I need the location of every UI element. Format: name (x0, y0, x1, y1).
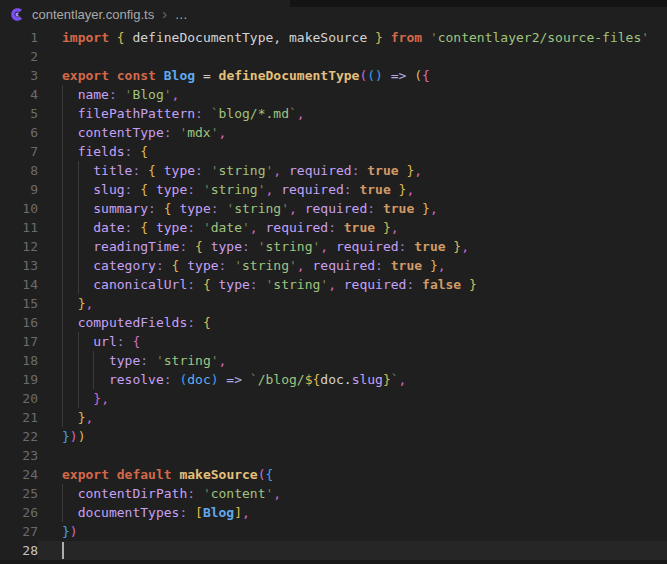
code-line-18[interactable]: 18type: 'string', (0, 351, 667, 370)
token-com: , (391, 220, 399, 235)
line-content[interactable]: filePathPattern: `blog/*.md`, (38, 104, 667, 123)
code-line-16[interactable]: 16computedFields: { (0, 313, 667, 332)
token-col: : (328, 220, 344, 235)
line-content[interactable]: }, (38, 389, 667, 408)
code-line-5[interactable]: 5filePathPattern: `blog/*.md`, (0, 104, 667, 123)
token-com: , (414, 163, 422, 178)
breadcrumb-file-name[interactable]: contentlayer.config.ts (32, 7, 154, 22)
token-bool: false (422, 277, 461, 292)
line-content[interactable]: canonicalUrl: { type: 'string', required… (38, 275, 667, 294)
token-tp: slug (352, 372, 383, 387)
code-line-21[interactable]: 21}, (0, 408, 667, 427)
line-content[interactable]: url: { (38, 332, 667, 351)
token-col: : (140, 353, 156, 368)
line-content[interactable]: category: { type: 'string', required: tr… (38, 256, 667, 275)
token-kw: default (117, 467, 180, 482)
code-line-23[interactable]: 23 (0, 446, 667, 465)
code-line-12[interactable]: 12readingTime: { type: 'string', require… (0, 237, 667, 256)
editor[interactable]: 1import { defineDocumentType, makeSource… (0, 28, 667, 560)
token-key: filePathPattern (78, 106, 195, 121)
line-number: 22 (0, 427, 38, 446)
code-line-20[interactable]: 20}, (0, 389, 667, 408)
token-key: name (78, 87, 109, 102)
token-b2: ) (70, 429, 78, 444)
line-content[interactable]: }, (38, 408, 667, 427)
line-content[interactable]: export const Blog = defineDocumentType((… (38, 66, 667, 85)
code-line-22[interactable]: 22})) (0, 427, 667, 446)
token-col: : (132, 163, 148, 178)
code-line-3[interactable]: 3export const Blog = defineDocumentType(… (0, 66, 667, 85)
line-content[interactable]: contentType: 'mdx', (38, 123, 667, 142)
token-key: type (156, 220, 187, 235)
line-content[interactable]: resolve: (doc) => `/blog/${doc.slug}`, (38, 370, 667, 389)
code-line-6[interactable]: 6contentType: 'mdx', (0, 123, 667, 142)
breadcrumb-symbol-ellipsis[interactable]: … (175, 7, 188, 22)
code-line-13[interactable]: 13category: { type: 'string', required: … (0, 256, 667, 275)
token-par: doc (187, 372, 210, 387)
line-number: 11 (0, 218, 38, 237)
token-sq: ` (211, 106, 219, 121)
token-bool: true (383, 201, 414, 216)
token-b1: } (446, 239, 462, 254)
code-line-25[interactable]: 25contentDirPath: 'content', (0, 484, 667, 503)
token-com: , (461, 239, 469, 254)
line-content[interactable] (38, 446, 667, 465)
line-content[interactable]: export default makeSource({ (38, 465, 667, 484)
code-line-11[interactable]: 11date: { type: 'date', required: true }… (0, 218, 667, 237)
token-sq: ' (289, 258, 297, 273)
code-line-17[interactable]: 17url: { (0, 332, 667, 351)
token-b2: { (132, 334, 140, 349)
code-line-24[interactable]: 24export default makeSource({ (0, 465, 667, 484)
line-content[interactable]: title: { type: 'string', required: true … (38, 161, 667, 180)
token-col: : (242, 239, 258, 254)
code-line-27[interactable]: 27}) (0, 522, 667, 541)
code-line-9[interactable]: 9slug: { type: 'string', required: true … (0, 180, 667, 199)
token-tm: ${ (305, 372, 321, 387)
token-str: Blog (132, 87, 163, 102)
code-line-2[interactable]: 2 (0, 47, 667, 66)
line-content[interactable]: summary: { type: 'string', required: tru… (38, 199, 667, 218)
line-content[interactable]: import { defineDocumentType, makeSource … (38, 28, 667, 47)
token-key: fields (78, 144, 125, 159)
code-line-8[interactable]: 8title: { type: 'string', required: true… (0, 161, 667, 180)
code-line-10[interactable]: 10summary: { type: 'string', required: t… (0, 199, 667, 218)
code-line-26[interactable]: 26documentTypes: [Blog], (0, 503, 667, 522)
token-col: : (352, 163, 368, 178)
code-line-28[interactable]: 28 (0, 541, 667, 560)
token-col: : (399, 239, 415, 254)
token-str: blog/*.md (219, 106, 289, 121)
token-bool: true (367, 163, 398, 178)
line-content[interactable]: readingTime: { type: 'string', required:… (38, 237, 667, 256)
line-content[interactable]: }) (38, 522, 667, 541)
line-content[interactable]: fields: { (38, 142, 667, 161)
code-line-19[interactable]: 19resolve: (doc) => `/blog/${doc.slug}`, (0, 370, 667, 389)
line-content[interactable]: })) (38, 427, 667, 446)
line-content[interactable]: computedFields: { (38, 313, 667, 332)
token-str: string (234, 201, 281, 216)
token-col: : (375, 258, 391, 273)
token-com: , (328, 277, 344, 292)
code-line-15[interactable]: 15}, (0, 294, 667, 313)
line-number: 2 (0, 47, 38, 66)
code-line-14[interactable]: 14canonicalUrl: { type: 'string', requir… (0, 275, 667, 294)
line-content[interactable] (38, 47, 667, 66)
line-content[interactable]: }, (38, 294, 667, 313)
line-content[interactable]: date: { type: 'date', required: true }, (38, 218, 667, 237)
code-line-7[interactable]: 7fields: { (0, 142, 667, 161)
token-col: : (406, 277, 422, 292)
token-com: , (438, 258, 446, 273)
code-line-4[interactable]: 4name: 'Blog', (0, 85, 667, 104)
line-content[interactable] (38, 541, 667, 560)
line-content[interactable]: name: 'Blog', (38, 85, 667, 104)
token-col: : (367, 201, 383, 216)
line-number: 12 (0, 237, 38, 256)
line-content[interactable]: type: 'string', (38, 351, 667, 370)
line-content[interactable]: slug: { type: 'string', required: true }… (38, 180, 667, 199)
token-com: , (219, 125, 227, 140)
line-content[interactable]: contentDirPath: 'content', (38, 484, 667, 503)
token-com: , (297, 106, 305, 121)
token-bool: true (344, 220, 375, 235)
line-content[interactable]: documentTypes: [Blog], (38, 503, 667, 522)
code-line-1[interactable]: 1import { defineDocumentType, makeSource… (0, 28, 667, 47)
line-number: 16 (0, 313, 38, 332)
